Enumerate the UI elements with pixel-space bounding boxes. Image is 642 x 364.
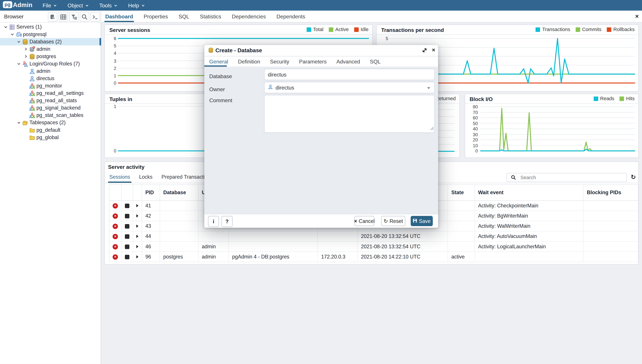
search-icon-button[interactable]: [80, 12, 89, 22]
tree-item-postgres[interactable]: postgres: [0, 53, 101, 60]
database-field[interactable]: directus: [264, 69, 435, 80]
tree-item-servers-1-[interactable]: Servers (1): [0, 24, 101, 31]
chevron-down-icon[interactable]: [10, 32, 15, 37]
tree-item-pg-default[interactable]: pg_default: [0, 126, 101, 134]
save-button[interactable]: Save: [411, 216, 433, 226]
column-header[interactable]: [121, 185, 133, 201]
activity-tab-sessions[interactable]: Sessions: [108, 171, 131, 183]
expand-row-icon[interactable]: [136, 224, 138, 228]
grid-icon-button[interactable]: [59, 12, 68, 22]
cancel-query-icon[interactable]: [125, 254, 129, 259]
tree-item-pg-read-all-settings[interactable]: pg_read_all_settings: [0, 90, 101, 97]
tab-dependencies[interactable]: Dependencies: [231, 11, 267, 22]
tree-item-postgresql[interactable]: postgresql: [0, 31, 101, 38]
terminate-session-icon[interactable]: ×: [113, 234, 118, 239]
dialog-tab-security[interactable]: Security: [265, 56, 294, 67]
sql-help-button[interactable]: i: [208, 216, 219, 227]
terminate-session-icon[interactable]: ×: [113, 224, 118, 229]
chevron-right-icon[interactable]: [24, 54, 28, 59]
menu-tools[interactable]: Tools: [99, 2, 118, 8]
resize-handle[interactable]: [430, 124, 434, 132]
dialog-tab-advanced[interactable]: Advanced: [332, 56, 365, 67]
terminal-icon: [92, 14, 98, 20]
expand-row-icon[interactable]: [136, 245, 138, 248]
cell-user: [198, 231, 229, 242]
cancel-button[interactable]: ×Cancel: [355, 216, 374, 226]
expand-row-icon[interactable]: [136, 255, 138, 258]
tree-item-databases-2-[interactable]: Databases (2): [0, 38, 101, 46]
tree-item-tablespaces-2-[interactable]: Tablespaces (2): [0, 119, 101, 126]
cell-database: [160, 211, 198, 221]
chevron-right-icon[interactable]: [24, 46, 28, 52]
expand-row-icon[interactable]: [136, 204, 138, 208]
cell-user: admin: [198, 242, 229, 252]
cancel-query-icon[interactable]: [125, 203, 129, 208]
owner-select[interactable]: directus: [264, 82, 435, 93]
tab-dashboard[interactable]: Dashboard: [104, 11, 134, 22]
chevron-down-icon[interactable]: [16, 61, 21, 66]
tree-item-pg-read-all-stats[interactable]: pg_read_all_stats: [0, 97, 101, 104]
cancel-query-icon[interactable]: [125, 234, 129, 238]
activity-search[interactable]: [506, 173, 627, 182]
database-icon: [208, 48, 214, 53]
dialog-tab-general[interactable]: General: [204, 56, 233, 67]
tree-item-pg-global[interactable]: pg_global: [0, 134, 101, 141]
terminate-session-icon[interactable]: ×: [113, 244, 118, 249]
column-header[interactable]: [109, 185, 121, 201]
terminate-session-icon[interactable]: ×: [113, 203, 118, 208]
tab-statistics[interactable]: Statistics: [199, 11, 222, 22]
dialog-tab-sql[interactable]: SQL: [365, 56, 385, 67]
terminal-icon-button[interactable]: [90, 12, 100, 22]
cell-state: [448, 231, 475, 242]
table-row: ×46admin2021-08-20 13:32:54 UTCActivity:…: [109, 242, 638, 252]
chevron-down-icon[interactable]: [16, 120, 21, 125]
tab-sql[interactable]: SQL: [178, 11, 190, 22]
search-input[interactable]: [520, 174, 615, 181]
tree-item-admin[interactable]: admin: [0, 46, 101, 53]
filter-icon-button[interactable]: [69, 12, 79, 22]
help-button[interactable]: ?: [222, 216, 233, 227]
chevron-down-icon[interactable]: [3, 24, 8, 30]
chevron-down-icon[interactable]: [16, 39, 21, 44]
cancel-query-icon[interactable]: [125, 214, 129, 218]
dialog-tab-parameters[interactable]: Parameters: [294, 56, 331, 67]
tree-item-admin[interactable]: admin: [0, 68, 101, 75]
reset-button[interactable]: ↻Reset: [381, 216, 405, 226]
load-data-icon-button[interactable]: [48, 12, 57, 22]
terminate-session-icon[interactable]: ×: [113, 254, 118, 260]
refresh-icon[interactable]: ↻: [631, 173, 636, 181]
legend-item: Transactions: [536, 26, 570, 32]
comment-textarea[interactable]: [264, 95, 435, 133]
menu-file[interactable]: File: [43, 2, 57, 8]
tree-item-pg-stat-scan-tables[interactable]: pg_stat_scan_tables: [0, 112, 101, 119]
object-explorer-tree: Servers (1)postgresqlDatabases (2)adminp…: [0, 24, 101, 141]
terminate-session-icon[interactable]: ×: [113, 213, 118, 218]
column-header[interactable]: Blocking PIDs: [583, 185, 638, 201]
expand-row-icon[interactable]: [136, 214, 138, 218]
dialog-tab-definition[interactable]: Definition: [233, 56, 265, 67]
column-header[interactable]: PID: [142, 185, 160, 201]
panel-close-icon[interactable]: ×: [635, 13, 639, 20]
pgadmin-logo-pg: pg: [3, 1, 12, 8]
cancel-query-icon[interactable]: [125, 244, 129, 249]
tab-properties[interactable]: Properties: [143, 11, 169, 22]
column-header[interactable]: State: [448, 185, 475, 201]
dialog-close-icon[interactable]: ×: [432, 46, 435, 53]
maximize-icon[interactable]: [422, 48, 427, 53]
cell-client: 172.20.0.3: [318, 252, 357, 262]
tree-item-login-group-roles-7-[interactable]: Login/Group Roles (7): [0, 60, 101, 68]
menu-help[interactable]: Help: [128, 2, 145, 8]
activity-tab-locks[interactable]: Locks: [138, 171, 154, 183]
y-tick-label: 80: [470, 104, 478, 110]
column-header[interactable]: Database: [160, 185, 198, 201]
tree-item-pg-monitor[interactable]: pg_monitor: [0, 82, 101, 90]
expand-row-icon[interactable]: [136, 235, 138, 238]
column-header[interactable]: [133, 185, 142, 201]
cancel-query-icon[interactable]: [125, 224, 129, 228]
column-header[interactable]: Wait event: [475, 185, 583, 201]
legend-item: Reads: [593, 96, 614, 101]
menu-object[interactable]: Object: [68, 2, 89, 8]
tab-dependents[interactable]: Dependents: [276, 11, 306, 22]
tree-item-directus[interactable]: directus: [0, 75, 101, 82]
tree-item-pg-signal-backend[interactable]: pg_signal_backend: [0, 104, 101, 112]
